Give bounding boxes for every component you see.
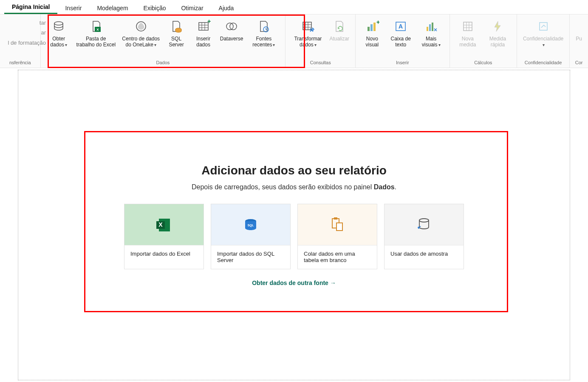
- refresh-label: Atualizar: [329, 36, 349, 42]
- text-box-label: Caixa de texto: [388, 36, 414, 48]
- ribbon-tabs: Página Inicial Inserir Modelagem Exibiçã…: [0, 0, 588, 14]
- add-data-subtitle: Depois de carregados, seus dados serão e…: [124, 183, 464, 191]
- dataverse-label: Dataverse: [220, 36, 243, 42]
- group-label-share-partial: Cor: [575, 59, 583, 67]
- more-visuals-icon: [424, 18, 438, 35]
- transform-data-button[interactable]: Transformar dados▾: [289, 16, 327, 50]
- group-label-calculations: Cálculos: [474, 59, 492, 67]
- publish-label-partial: Pu: [576, 36, 582, 42]
- database-icon: [51, 18, 66, 35]
- new-measure-icon: [461, 18, 475, 35]
- group-insert: + Novo visual A Caixa de texto Mais visu…: [356, 14, 449, 68]
- svg-rect-5: [199, 23, 208, 30]
- svg-rect-20: [370, 24, 373, 31]
- refresh-button[interactable]: Atualizar: [327, 16, 352, 43]
- sql-server-icon: [169, 18, 184, 35]
- sql-server-button[interactable]: SQL Server: [164, 16, 189, 50]
- svg-text:+: +: [376, 19, 379, 26]
- sql-card-icon: SQL: [211, 204, 290, 245]
- tab-insert[interactable]: Inserir: [57, 2, 89, 14]
- subtitle-pre: Depois de carregados, seus dados serão e…: [192, 183, 374, 191]
- tab-modeling[interactable]: Modelagem: [89, 2, 136, 14]
- group-share-partial: Pu Cor: [570, 14, 588, 68]
- get-data-label: Obter dados: [50, 36, 65, 48]
- card-import-excel[interactable]: X Importar dados do Excel: [124, 204, 204, 269]
- clipboard-partial: tar ar l de formatação: [0, 18, 46, 48]
- ribbon: nsferência Obter dados▾ X Pasta de traba…: [0, 14, 588, 68]
- report-canvas[interactable]: Adicionar dados ao seu relatório Depois …: [18, 70, 570, 380]
- new-measure-label: Nova medida: [456, 36, 480, 48]
- tab-optimize[interactable]: Otimizar: [173, 2, 211, 14]
- card-sample-data-label: Usar dados de amostra: [384, 245, 464, 269]
- tab-home[interactable]: Página Inicial: [4, 1, 57, 14]
- paste-card-icon: [298, 204, 377, 245]
- cut-partial: tar: [0, 18, 46, 28]
- enter-data-icon: +: [196, 18, 211, 35]
- onelake-icon: [134, 18, 148, 35]
- svg-point-0: [54, 22, 63, 25]
- svg-text:X: X: [96, 28, 99, 31]
- publish-button-partial[interactable]: Pu: [573, 16, 585, 43]
- more-visuals-button[interactable]: Mais visuais▾: [416, 16, 446, 50]
- card-paste-data[interactable]: Colar dados em uma tabela em branco: [297, 204, 377, 269]
- svg-rect-28: [464, 22, 472, 31]
- subtitle-bold: Dados: [374, 183, 395, 191]
- chevron-down-icon: ▾: [438, 43, 441, 47]
- chevron-down-icon: ▾: [543, 43, 545, 47]
- recent-sources-label: Fontes recentes: [252, 36, 272, 48]
- svg-text:A: A: [399, 23, 403, 30]
- new-visual-icon: +: [365, 18, 379, 35]
- transform-data-label: Transformar dados: [294, 36, 322, 48]
- add-data-title: Adicionar dados ao seu relatório: [124, 164, 464, 177]
- group-label-insert: Inserir: [396, 59, 409, 67]
- sensitivity-button[interactable]: Confidencialidade▾: [520, 16, 566, 50]
- enter-data-button[interactable]: + Inserir dados: [189, 16, 217, 50]
- enter-data-label: Inserir dados: [192, 36, 215, 48]
- onelake-hub-button[interactable]: Centro de dados do OneLake▾: [119, 16, 164, 50]
- sample-card-icon: [384, 204, 464, 245]
- group-label-sensitivity: Confidencialidade: [525, 59, 562, 67]
- excel-card-icon: X: [124, 204, 204, 245]
- get-data-other-source-link[interactable]: Obter dados de outra fonte →: [124, 279, 464, 286]
- svg-text:X: X: [158, 221, 163, 228]
- quick-measure-icon: [490, 18, 505, 35]
- quick-measure-button[interactable]: Medida rápida: [482, 16, 513, 50]
- group-label-clipboard: nsferência: [9, 59, 31, 67]
- chevron-down-icon: ▾: [154, 43, 156, 47]
- svg-point-42: [419, 219, 429, 222]
- refresh-icon: [332, 18, 347, 35]
- svg-text:SQL: SQL: [248, 224, 254, 227]
- chevron-down-icon: ▾: [65, 43, 67, 47]
- sensitivity-label: Confidencialidade: [523, 36, 563, 42]
- subtitle-post: .: [395, 183, 396, 191]
- data-source-cards: X Importar dados do Excel SQL Importar d…: [124, 204, 464, 269]
- svg-rect-41: [336, 223, 342, 231]
- new-visual-label: Novo visual: [362, 36, 383, 48]
- new-measure-button[interactable]: Nova medida: [453, 16, 483, 50]
- add-data-panel: Adicionar dados ao seu relatório Depois …: [124, 164, 464, 286]
- svg-rect-33: [540, 23, 547, 30]
- card-import-excel-label: Importar dados do Excel: [124, 245, 204, 269]
- get-data-button[interactable]: Obter dados▾: [44, 16, 74, 50]
- svg-rect-27: [432, 23, 433, 31]
- svg-text:+: +: [207, 19, 211, 25]
- text-box-icon: A: [393, 18, 408, 35]
- excel-workbook-button[interactable]: X Pasta de trabalho do Excel: [74, 16, 119, 50]
- group-data: Obter dados▾ X Pasta de trabalho do Exce…: [41, 14, 286, 68]
- group-label-queries: Consultas: [310, 59, 331, 67]
- svg-rect-21: [373, 23, 376, 31]
- recent-sources-icon: [257, 18, 271, 35]
- card-sample-data[interactable]: Usar dados de amostra: [384, 204, 464, 269]
- tab-view[interactable]: Exibição: [136, 2, 174, 14]
- new-visual-button[interactable]: + Novo visual: [359, 16, 385, 50]
- dataverse-button[interactable]: Dataverse: [218, 16, 246, 43]
- text-box-button[interactable]: A Caixa de texto: [385, 16, 416, 50]
- card-import-sql-label: Importar dados do SQL Server: [211, 245, 290, 269]
- card-import-sql[interactable]: SQL Importar dados do SQL Server: [211, 204, 291, 269]
- sensitivity-icon: [536, 18, 551, 35]
- excel-file-icon: X: [89, 18, 103, 35]
- group-calculations: Nova medida Medida rápida Cálculos: [450, 14, 517, 68]
- tab-help[interactable]: Ajuda: [211, 2, 242, 14]
- quick-measure-label: Medida rápida: [485, 36, 511, 48]
- recent-sources-button[interactable]: Fontes recentes▾: [246, 16, 282, 50]
